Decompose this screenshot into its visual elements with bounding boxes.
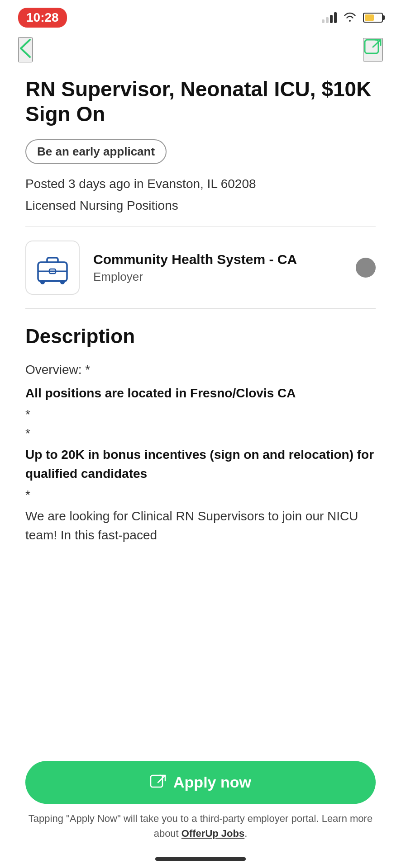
overview-label: Overview: * — [25, 360, 376, 379]
positions-text: All positions are located in Fresno/Clov… — [25, 384, 376, 403]
svg-rect-10 — [151, 775, 162, 787]
employer-type: Employer — [93, 270, 356, 284]
status-icons — [322, 11, 383, 25]
home-indicator — [155, 857, 246, 861]
svg-rect-0 — [365, 40, 378, 53]
apply-button-label: Apply now — [173, 774, 251, 791]
description-heading: Description — [25, 325, 376, 348]
offerup-jobs-link[interactable]: OfferUp Jobs — [181, 828, 244, 839]
star-2: * — [25, 426, 376, 441]
battery-icon — [363, 13, 383, 23]
main-content: RN Supervisor, Neonatal ICU, $10K Sign O… — [0, 68, 401, 662]
signal-bars-icon — [322, 12, 337, 23]
employer-logo — [25, 241, 80, 295]
employer-name: Community Health System - CA — [93, 252, 356, 267]
bonus-text: Up to 20K in bonus incentives (sign on a… — [25, 445, 376, 483]
employer-chevron — [356, 258, 376, 278]
employer-info: Community Health System - CA Employer — [93, 252, 356, 284]
status-bar: 10:28 — [0, 0, 401, 32]
nav-bar — [0, 32, 401, 68]
employer-section[interactable]: Community Health System - CA Employer — [25, 241, 376, 295]
svg-line-1 — [373, 40, 381, 47]
share-button[interactable] — [363, 38, 383, 61]
status-time: 10:28 — [18, 8, 67, 28]
body-text: We are looking for Clinical RN Superviso… — [25, 507, 376, 545]
job-title: RN Supervisor, Neonatal ICU, $10K Sign O… — [25, 77, 376, 127]
divider-1 — [25, 226, 376, 227]
posted-info: Posted 3 days ago in Evanston, IL 60208 — [25, 177, 376, 191]
svg-line-11 — [158, 775, 165, 783]
star-1: * — [25, 407, 376, 422]
back-button[interactable] — [18, 37, 33, 62]
apply-disclaimer: Tapping "Apply Now" will take you to a t… — [25, 811, 376, 841]
apply-now-button[interactable]: Apply now — [25, 761, 376, 804]
apply-area: Apply now Tapping "Apply Now" will take … — [0, 752, 401, 868]
star-3: * — [25, 488, 376, 502]
job-category: Licensed Nursing Positions — [25, 198, 376, 213]
divider-2 — [25, 308, 376, 309]
early-applicant-badge: Be an early applicant — [25, 139, 167, 164]
wifi-icon — [343, 11, 357, 25]
